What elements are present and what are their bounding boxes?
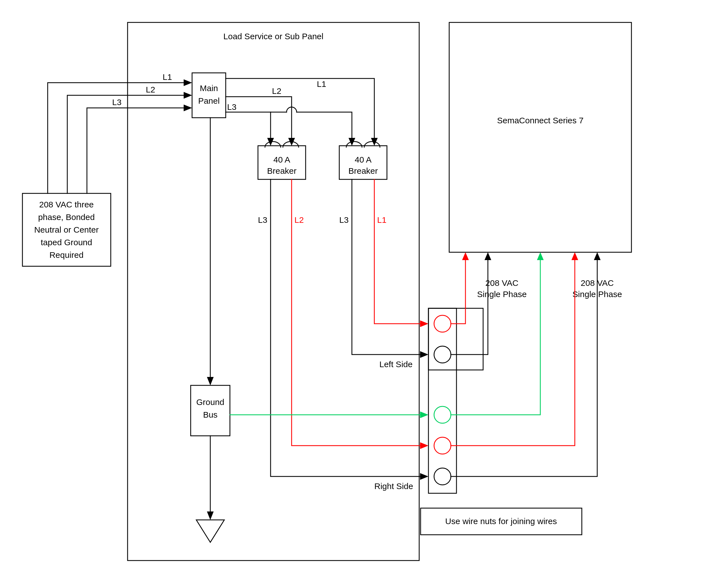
source-line3: Neutral or Center xyxy=(34,225,99,234)
label-L3-in: L3 xyxy=(112,98,121,107)
arrow-t5-dev xyxy=(594,252,600,260)
terminal-2 xyxy=(434,346,451,363)
arrow-src-L1 xyxy=(184,79,192,86)
device-label: SemaConnect Series 7 xyxy=(497,116,584,125)
label-L2-bl: L2 xyxy=(294,215,304,225)
label-L3-br: L3 xyxy=(339,215,349,225)
source-line2: phase, Bonded xyxy=(38,212,95,222)
wire-nuts-text: Use wire nuts for joining wires xyxy=(445,517,557,526)
arrow-BL-L3 xyxy=(420,473,428,480)
wire-BR-L1 xyxy=(374,180,422,324)
arrow-ground-green xyxy=(420,412,428,418)
sub-panel-box xyxy=(127,22,419,561)
breaker-right-arc1 xyxy=(346,142,362,147)
ground-bus-line2: Bus xyxy=(203,410,218,419)
ground-bus-line1: Ground xyxy=(196,397,224,407)
arrow-BR-L1 xyxy=(420,320,428,327)
wire-t1-dev xyxy=(451,258,466,324)
vac-left-line1: 208 VAC xyxy=(485,278,518,288)
breaker-left-arc1 xyxy=(265,142,281,147)
wire-src-L2 xyxy=(67,95,185,193)
breaker-left-line1: 40 A xyxy=(273,155,290,164)
label-L1-top: L1 xyxy=(317,79,326,88)
main-panel-line1: Main xyxy=(200,84,218,93)
arrow-main-ground xyxy=(207,377,214,385)
arrow-t1-dev xyxy=(462,252,469,260)
terminal-1 xyxy=(434,315,451,332)
arrow-t4-dev xyxy=(571,252,578,260)
right-side-label: Right Side xyxy=(374,482,413,491)
terminal-panel xyxy=(428,308,456,493)
device-box xyxy=(449,22,631,252)
vac-left-line2: Single Phase xyxy=(477,290,527,299)
left-side-label: Left Side xyxy=(380,360,412,369)
label-L1-in: L1 xyxy=(163,72,172,82)
ground-symbol-icon xyxy=(196,520,224,542)
arrow-src-L3 xyxy=(184,105,192,111)
arrow-t2-dev xyxy=(485,252,491,260)
wire-L3-top-a xyxy=(226,112,270,140)
wire-BR-L3 xyxy=(352,180,422,355)
arrow-t3-dev xyxy=(537,252,544,260)
breaker-right-line1: 40 A xyxy=(355,155,371,164)
source-line5: Required xyxy=(49,250,84,259)
source-line4: taped Ground xyxy=(41,238,92,247)
breaker-right-arc2 xyxy=(364,142,380,147)
wiring-diagram: Load Service or Sub Panel 208 VAC three … xyxy=(0,0,715,588)
wire-L3-top-b2 xyxy=(297,112,352,140)
arrow-BR-L3 xyxy=(420,351,428,358)
source-line1: 208 VAC three xyxy=(39,200,94,209)
breaker-left-line2: Breaker xyxy=(267,166,297,175)
breaker-right-line2: Breaker xyxy=(348,166,378,175)
terminal-5 xyxy=(434,468,451,485)
arrow-src-L2 xyxy=(184,92,192,99)
arrow-ground-down xyxy=(207,511,214,520)
terminal-3 xyxy=(434,406,451,423)
arrow-BL-L2 xyxy=(420,442,428,449)
label-L3-top: L3 xyxy=(227,102,237,111)
label-L3-bl: L3 xyxy=(258,215,267,225)
main-panel-box xyxy=(192,73,226,118)
label-L1-br: L1 xyxy=(377,215,386,225)
main-panel-line2: Panel xyxy=(198,96,220,105)
label-L2-in: L2 xyxy=(146,85,155,94)
sub-panel-title: Load Service or Sub Panel xyxy=(223,32,324,41)
wire-BL-L2 xyxy=(292,180,422,446)
wire-src-L3 xyxy=(87,108,185,193)
terminal-4 xyxy=(434,437,451,454)
label-L2-top: L2 xyxy=(272,86,281,96)
